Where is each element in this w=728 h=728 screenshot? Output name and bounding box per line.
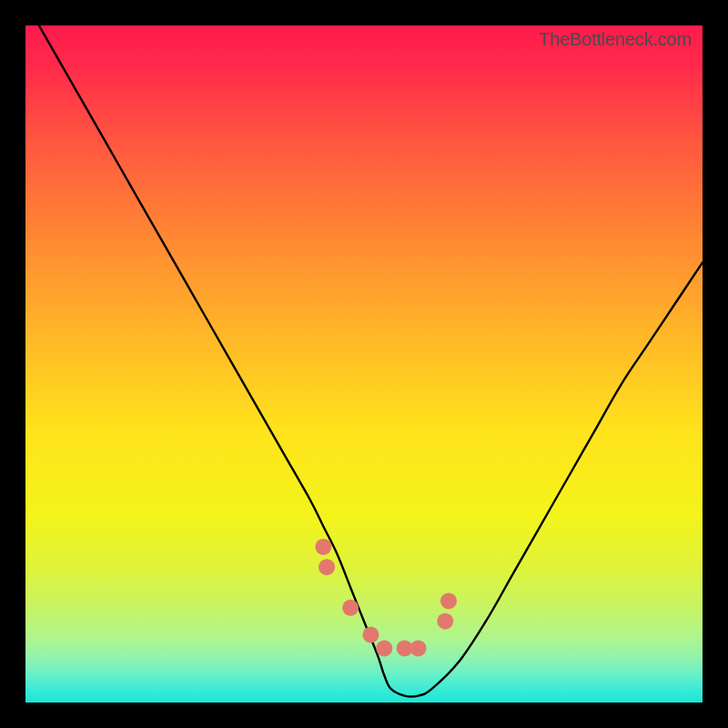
watermark-label: TheBottleneck.com: [539, 29, 692, 50]
marker-dot: [410, 640, 427, 656]
marker-dot: [440, 592, 457, 609]
bottleneck-curve: [39, 25, 703, 697]
marker-dot: [362, 627, 379, 643]
marker-dot: [318, 559, 335, 575]
marker-dot: [437, 613, 453, 630]
marker-dot: [342, 600, 359, 616]
plot-area: TheBottleneck.com: [25, 25, 703, 703]
marker-dot: [315, 539, 331, 555]
marker-points: [315, 539, 457, 657]
chart-frame: TheBottleneck.com: [0, 0, 728, 728]
chart-svg: [25, 25, 703, 703]
marker-dot: [376, 640, 392, 656]
